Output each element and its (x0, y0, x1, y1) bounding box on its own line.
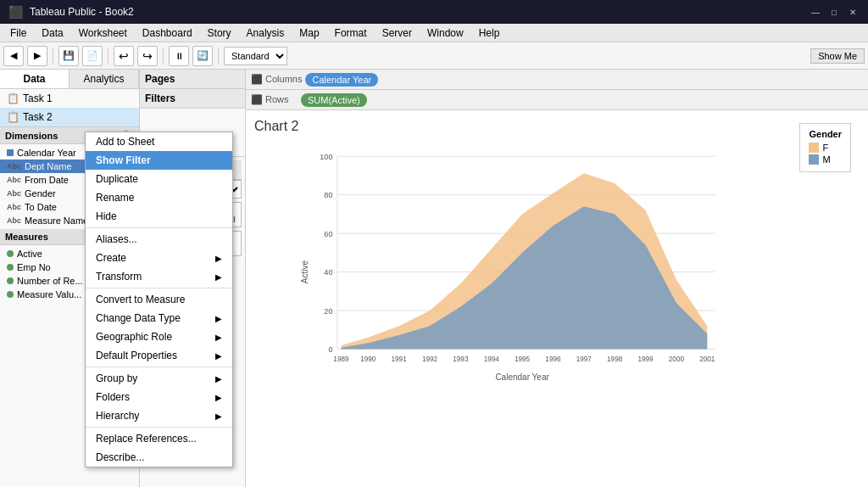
chart-svg: Active 0 20 40 60 80 100 (254, 141, 775, 395)
ctx-geographic-role[interactable]: Geographic Role ▶ (86, 327, 232, 346)
task-2-item[interactable]: 📋 Task 2 (0, 108, 139, 126)
show-me-button[interactable]: Show Me (810, 48, 865, 64)
svg-text:1995: 1995 (515, 355, 531, 363)
ctx-show-filter[interactable]: Show Filter (86, 151, 232, 170)
task2-icon: 📋 (7, 111, 19, 123)
meas-names-abc: Abc (7, 216, 21, 225)
menu-window[interactable]: Window (420, 25, 470, 41)
calendar-year-label: Calendar Year (17, 148, 76, 158)
svg-text:1996: 1996 (545, 355, 561, 363)
ctx-folders[interactable]: Folders ▶ (86, 388, 232, 406)
svg-text:60: 60 (324, 230, 332, 238)
ctx-convert-measure[interactable]: Convert to Measure (86, 290, 232, 309)
gender-abc: Abc (7, 189, 21, 198)
back-button[interactable]: ◀ (3, 46, 24, 66)
minimize-button[interactable]: — (809, 5, 822, 19)
svg-text:Active: Active (300, 260, 309, 283)
task2-label: Task 2 (23, 111, 53, 123)
ctx-describe[interactable]: Describe... (86, 448, 232, 467)
menu-format[interactable]: Format (328, 25, 374, 41)
ctx-sep2 (86, 288, 232, 288)
from-date-label: From Date (25, 175, 69, 185)
ctx-change-data-type[interactable]: Change Data Type ▶ (86, 309, 232, 327)
columns-bar: ⬛ Columns Calendar Year (246, 70, 868, 90)
menu-server[interactable]: Server (376, 25, 419, 41)
ctx-default-properties[interactable]: Default Properties ▶ (86, 346, 232, 365)
legend-m-color (809, 154, 819, 165)
svg-text:2000: 2000 (669, 355, 685, 363)
menu-help[interactable]: Help (472, 25, 507, 41)
ctx-group-by[interactable]: Group by ▶ (86, 369, 232, 388)
ctx-sep1 (86, 227, 232, 228)
pause-button[interactable]: ⏸ (169, 46, 189, 66)
standard-select[interactable]: Standard (224, 47, 287, 65)
calendar-year-pill[interactable]: Calendar Year (305, 73, 378, 87)
svg-text:2001: 2001 (699, 355, 715, 363)
measure-names-label: Measure Names (25, 216, 93, 226)
refresh-button[interactable]: 🔄 (192, 46, 213, 66)
svg-text:1993: 1993 (453, 355, 469, 363)
panel-tabs: Data Analytics (0, 70, 139, 89)
undo-button[interactable]: ↩ (114, 46, 134, 66)
ctx-add-to-sheet[interactable]: Add to Sheet (86, 132, 232, 151)
ctx-replace-references[interactable]: Replace References... (86, 429, 232, 448)
ctx-create[interactable]: Create ▶ (86, 249, 232, 267)
chart-legend: Gender F M (799, 123, 851, 172)
context-menu: Add to Sheet Show Filter Duplicate Renam… (85, 132, 233, 467)
rows-bar: ⬛ Rows SUM(Active) (246, 90, 868, 110)
data-tab[interactable]: Data (0, 70, 70, 88)
menu-dashboard[interactable]: Dashboard (136, 25, 199, 41)
ctx-aliases[interactable]: Aliases... (86, 230, 232, 249)
forward-button[interactable]: ▶ (27, 46, 47, 66)
legend-f-item: F (809, 143, 842, 153)
task-list: 📋 Task 1 📋 Task 2 (0, 89, 139, 127)
menu-analysis[interactable]: Analysis (240, 25, 292, 41)
close-button[interactable]: ✕ (846, 5, 860, 19)
svg-text:1998: 1998 (607, 355, 623, 363)
menu-bar: File Data Worksheet Dashboard Story Anal… (0, 24, 868, 42)
svg-text:0: 0 (328, 345, 332, 354)
sum-active-pill[interactable]: SUM(Active) (301, 93, 367, 107)
title-bar: ⬛ Tableau Public - Book2 — □ ✕ (0, 0, 868, 24)
active-label: Active (17, 249, 42, 259)
legend-m-item: M (809, 154, 842, 165)
number-records-label: Number of Re... (17, 276, 83, 286)
empno-dot (7, 264, 14, 271)
gender-label: Gender (25, 188, 56, 199)
svg-text:1999: 1999 (637, 355, 654, 363)
from-date-abc: Abc (7, 176, 21, 184)
task-1-item[interactable]: 📋 Task 1 (0, 89, 139, 108)
menu-map[interactable]: Map (292, 25, 326, 41)
menu-file[interactable]: File (3, 25, 33, 41)
maximize-button[interactable]: □ (827, 5, 841, 19)
svg-text:40: 40 (324, 268, 332, 277)
ctx-transform[interactable]: Transform ▶ (86, 267, 232, 286)
svg-text:20: 20 (324, 307, 332, 316)
menu-data[interactable]: Data (35, 25, 70, 41)
svg-text:100: 100 (320, 153, 332, 161)
save-button[interactable]: 💾 (58, 46, 79, 66)
ctx-rename[interactable]: Rename (86, 188, 232, 207)
svg-text:1994: 1994 (484, 355, 500, 363)
workspace: ⬛ Columns Calendar Year ⬛ Rows SUM(Activ… (246, 70, 868, 487)
new-button[interactable]: 📄 (82, 46, 103, 66)
svg-text:1991: 1991 (392, 355, 408, 363)
ctx-hide[interactable]: Hide (86, 207, 232, 226)
menu-worksheet[interactable]: Worksheet (72, 25, 134, 41)
chart-title: Chart 2 (254, 119, 860, 134)
menu-story[interactable]: Story (201, 25, 238, 41)
redo-button[interactable]: ↪ (137, 46, 158, 66)
ctx-hierarchy[interactable]: Hierarchy ▶ (86, 406, 232, 425)
dept-name-label: Dept Name (25, 161, 72, 171)
svg-text:1992: 1992 (422, 355, 438, 363)
measure-values-label: Measure Valu... (17, 289, 81, 299)
dimensions-label: Dimensions (5, 131, 58, 141)
ctx-duplicate[interactable]: Duplicate (86, 170, 232, 188)
analytics-tab[interactable]: Analytics (70, 70, 139, 88)
active-dot (7, 250, 14, 257)
toolbar: ◀ ▶ 💾 📄 ↩ ↪ ⏸ 🔄 Standard Show Me (0, 42, 868, 70)
pages-section: Pages (140, 70, 245, 89)
legend-f-label: F (822, 143, 828, 153)
to-date-abc: Abc (7, 203, 21, 211)
svg-text:1989: 1989 (333, 355, 349, 363)
